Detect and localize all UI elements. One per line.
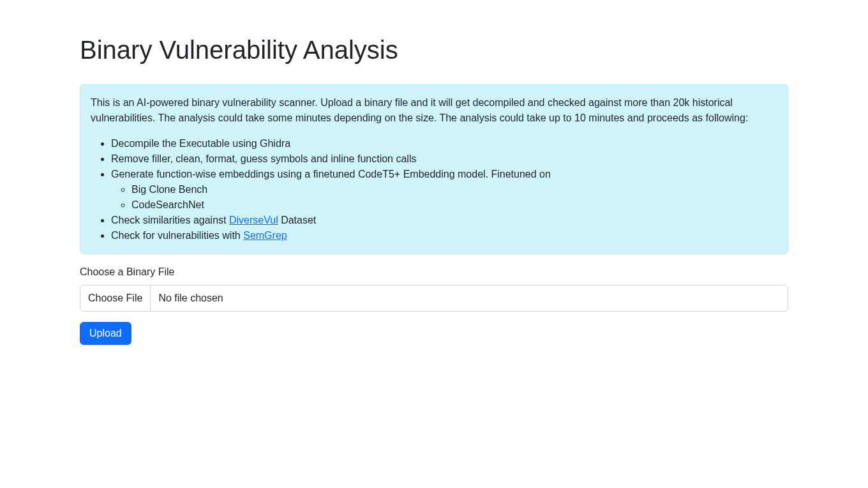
list-item: Remove filler, clean, format, guess symb… bbox=[111, 151, 777, 167]
list-item: CodeSearchNet bbox=[131, 197, 777, 213]
list-item-text: Generate function-wise embeddings using … bbox=[111, 169, 551, 179]
page-title: Binary Vulnerability Analysis bbox=[80, 31, 788, 69]
list-item-suffix: Dataset bbox=[278, 215, 317, 225]
list-item-prefix: Check for vulnerabilities with bbox=[111, 230, 243, 241]
upload-button[interactable]: Upload bbox=[80, 322, 131, 345]
list-item: Generate function-wise embeddings using … bbox=[111, 167, 777, 213]
info-intro: This is an AI-powered binary vulnerabili… bbox=[91, 95, 777, 126]
list-item: Decompile the Executable using Ghidra bbox=[111, 136, 777, 151]
file-input[interactable]: Choose File No file chosen bbox=[80, 285, 788, 312]
list-item: Check for vulnerabilities with SemGrep bbox=[111, 228, 777, 243]
semgrep-link[interactable]: SemGrep bbox=[243, 230, 287, 241]
diversevul-link[interactable]: DiverseVul bbox=[229, 215, 278, 225]
info-steps-list: Decompile the Executable using Ghidra Re… bbox=[91, 136, 777, 243]
list-item-prefix: Check similarities against bbox=[111, 215, 229, 225]
choose-file-button[interactable]: Choose File bbox=[80, 286, 151, 311]
list-item: Check similarities against DiverseVul Da… bbox=[111, 213, 777, 228]
info-alert: This is an AI-powered binary vulnerabili… bbox=[80, 84, 788, 254]
file-input-label: Choose a Binary File bbox=[80, 264, 788, 280]
info-substeps-list: Big Clone Bench CodeSearchNet bbox=[111, 182, 777, 213]
file-chosen-status: No file chosen bbox=[151, 286, 788, 311]
list-item: Big Clone Bench bbox=[131, 182, 777, 197]
